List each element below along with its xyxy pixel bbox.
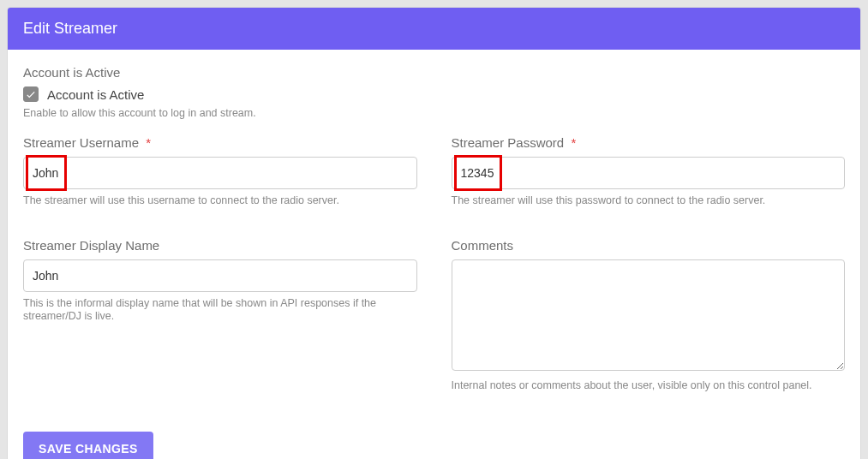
display-name-group: Streamer Display Name This is the inform… xyxy=(23,238,417,392)
card-body: Account is Active Account is Active Enab… xyxy=(8,50,860,459)
password-input[interactable] xyxy=(452,157,846,189)
checkmark-icon xyxy=(25,88,37,100)
save-changes-button[interactable]: SAVE CHANGES xyxy=(23,432,153,459)
account-active-checkbox-label: Account is Active xyxy=(47,87,144,102)
password-label-text: Streamer Password xyxy=(452,135,565,150)
account-active-hint: Enable to allow this account to log in a… xyxy=(23,107,845,120)
account-active-group: Account is Active Account is Active Enab… xyxy=(23,65,845,120)
display-name-input[interactable] xyxy=(23,259,417,292)
password-input-wrap xyxy=(452,157,846,189)
password-hint: The streamer will use this password to c… xyxy=(452,194,846,207)
username-label-text: Streamer Username xyxy=(23,135,139,150)
required-mark: * xyxy=(146,135,151,150)
account-active-label: Account is Active xyxy=(23,65,845,80)
two-column-row-2: Streamer Display Name This is the inform… xyxy=(23,238,845,408)
username-label: Streamer Username * xyxy=(23,135,417,150)
password-label: Streamer Password * xyxy=(452,135,846,150)
comments-label: Comments xyxy=(452,238,846,253)
edit-streamer-card: Edit Streamer Account is Active Account … xyxy=(7,7,861,459)
display-name-hint: This is the informal display name that w… xyxy=(23,297,417,323)
username-input[interactable] xyxy=(23,157,417,189)
checkbox-icon[interactable] xyxy=(23,86,39,102)
comments-textarea[interactable] xyxy=(452,259,846,371)
username-hint: The streamer will use this username to c… xyxy=(23,194,417,207)
display-name-label: Streamer Display Name xyxy=(23,238,417,253)
username-input-wrap xyxy=(23,157,417,189)
card-title: Edit Streamer xyxy=(8,8,860,50)
username-group: Streamer Username * The streamer will us… xyxy=(23,135,417,207)
account-active-checkbox-row[interactable]: Account is Active xyxy=(23,86,845,102)
password-group: Streamer Password * The streamer will us… xyxy=(452,135,846,207)
required-mark: * xyxy=(571,135,576,150)
two-column-row-1: Streamer Username * The streamer will us… xyxy=(23,135,845,223)
comments-hint: Internal notes or comments about the use… xyxy=(452,379,846,392)
comments-group: Comments Internal notes or comments abou… xyxy=(452,238,846,392)
